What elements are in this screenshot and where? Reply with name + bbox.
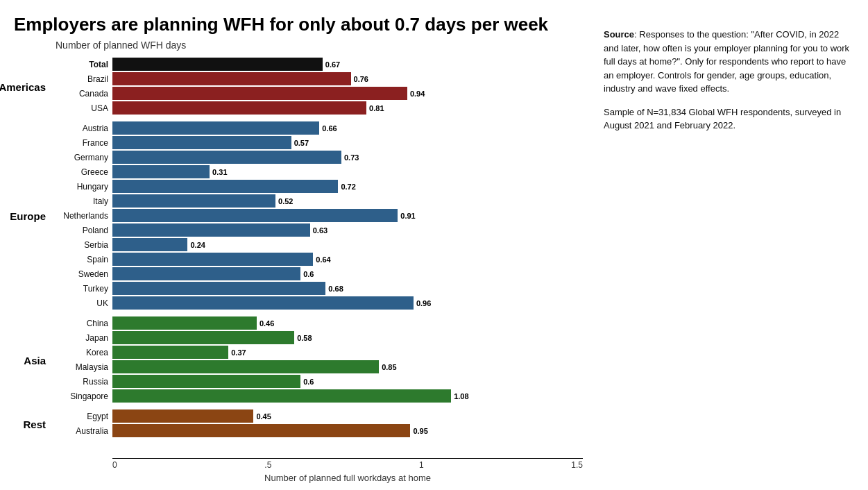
bar-label: Italy — [50, 196, 112, 206]
bar — [112, 165, 210, 178]
group-asia: AsiaChina0.46Japan0.58Korea0.37Malaysia0… — [14, 316, 583, 404]
bar-row: Poland0.63 — [50, 223, 583, 237]
bar — [112, 346, 228, 359]
bar — [112, 316, 257, 330]
group-europe: EuropeAustria0.66France0.57Germany0.73Gr… — [14, 121, 583, 311]
bar-value: 0.37 — [228, 348, 246, 357]
region-label-rest: Rest — [14, 409, 50, 439]
bar-row: Netherlands0.91 — [50, 209, 583, 222]
bar-value: 0.64 — [313, 255, 330, 264]
bar-row: Turkey0.68 — [50, 282, 583, 295]
bar-label: Singapore — [50, 391, 112, 401]
bar-row: France0.57 — [50, 136, 583, 149]
bar-row: Germany0.73 — [50, 151, 583, 164]
bar-value: 0.45 — [253, 412, 271, 421]
bar-row: Malaysia0.85 — [50, 360, 583, 373]
region-label-europe: Europe — [14, 121, 50, 311]
bar — [112, 389, 451, 403]
bar — [112, 296, 414, 310]
bar-value: 0.95 — [410, 427, 427, 435]
bar-row: Italy0.52 — [50, 194, 583, 208]
bar — [112, 194, 275, 208]
bar-label: Korea — [50, 348, 112, 357]
bar-value: 0.57 — [291, 139, 309, 147]
bar-value: 0.66 — [319, 124, 337, 133]
bar-value: 0.85 — [379, 363, 396, 371]
bar — [112, 151, 341, 164]
bar — [112, 282, 325, 295]
bar-label: Brazil — [50, 74, 112, 84]
bar-value: 0.24 — [187, 241, 205, 249]
bar-value: 0.31 — [210, 168, 227, 176]
source-paragraph: Source: Responses to the question: "Afte… — [604, 28, 854, 96]
bar-label: Malaysia — [50, 362, 112, 372]
bar-label: Poland — [50, 226, 112, 235]
bar-row: Korea0.37 — [50, 346, 583, 359]
bar — [112, 121, 319, 135]
bar-row: Brazil0.76 — [50, 72, 583, 85]
bar-label: Greece — [50, 167, 112, 177]
x-tick: 1 — [419, 460, 424, 470]
bar — [112, 223, 310, 237]
bar — [112, 209, 398, 222]
bar-row: Canada0.94 — [50, 87, 583, 100]
bar — [112, 360, 379, 373]
bar — [112, 72, 351, 85]
bar-row: Singapore1.08 — [50, 389, 583, 403]
bar-label: France — [50, 138, 112, 148]
bar-value: 0.76 — [351, 75, 368, 83]
bar-row: Japan0.58 — [50, 331, 583, 344]
bar-row: USA0.81 — [50, 101, 583, 115]
source-label: Source — [604, 29, 634, 40]
bar-row: Austria0.66 — [50, 121, 583, 135]
bar-row: Greece0.31 — [50, 165, 583, 178]
bar-label: Canada — [50, 89, 112, 99]
bar-value: 0.72 — [338, 183, 355, 191]
bar-label: Hungary — [50, 182, 112, 192]
bar — [112, 136, 291, 149]
bar — [112, 267, 300, 280]
bar-row: Egypt0.45 — [50, 409, 583, 423]
bar-row: Russia0.6 — [50, 375, 583, 388]
bar-label: Netherlands — [50, 211, 112, 221]
bar-value: 0.73 — [341, 153, 359, 162]
bar-row: Australia0.95 — [50, 424, 583, 437]
bar-label: Egypt — [50, 412, 112, 421]
bar — [112, 58, 323, 71]
bar-row: China0.46 — [50, 316, 583, 330]
main-title: Employers are planning WFH for only abou… — [14, 14, 583, 35]
bar-label: Turkey — [50, 284, 112, 294]
bar-value: 0.6 — [300, 378, 314, 386]
bar-row: Hungary0.72 — [50, 180, 583, 193]
bar — [112, 424, 410, 437]
bar-label: Japan — [50, 333, 112, 343]
bar-value: 0.94 — [407, 90, 425, 98]
sidebar: Source: Responses to the question: "Afte… — [583, 14, 861, 483]
bar-value: 0.46 — [257, 319, 274, 328]
bar — [112, 253, 313, 266]
bar-value: 0.63 — [310, 226, 327, 235]
bar-value: 0.68 — [325, 285, 343, 293]
sample-paragraph: Sample of N=31,834 Global WFH respondent… — [604, 105, 854, 133]
bar-label: UK — [50, 298, 112, 308]
bar — [112, 238, 187, 251]
bar-label: Austria — [50, 124, 112, 133]
bar-row: Sweden0.6 — [50, 267, 583, 280]
sub-title: Number of planned WFH days — [56, 40, 583, 51]
bar-row: Serbia0.24 — [50, 238, 583, 251]
chart-area: Employers are planning WFH for only abou… — [14, 14, 583, 483]
bar — [112, 375, 300, 388]
bar — [112, 180, 338, 193]
bar-label: Germany — [50, 153, 112, 162]
bar-label: Australia — [50, 426, 112, 436]
bar-label: Russia — [50, 377, 112, 387]
region-label-asia: Asia — [14, 316, 50, 404]
x-axis-label: Number of planned full workdays at home — [112, 473, 583, 483]
bar-row: UK0.96 — [50, 296, 583, 310]
bar-label: Serbia — [50, 240, 112, 250]
bar-value: 0.91 — [398, 212, 415, 220]
bar-value: 0.81 — [366, 104, 384, 112]
bar-label: Spain — [50, 255, 112, 264]
x-tick: 0 — [112, 460, 117, 470]
bar-value: 0.6 — [300, 270, 314, 278]
